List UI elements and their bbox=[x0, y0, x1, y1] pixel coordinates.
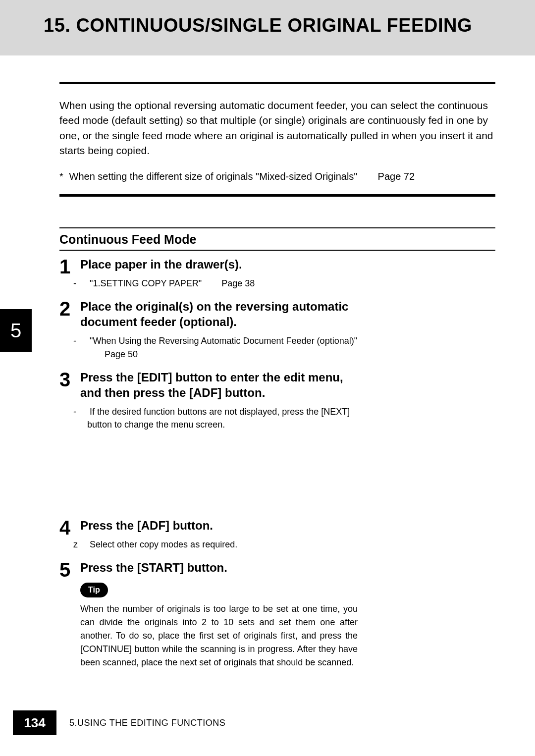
step-title: Press the [START] button. bbox=[80, 560, 358, 575]
step-item: 4 Press the [ADF] button. z Select other… bbox=[59, 518, 495, 551]
chapter-tab-number: 5 bbox=[10, 320, 21, 342]
step-note: z Select other copy modes as required. bbox=[80, 538, 237, 551]
step-note: - If the desired function buttons are no… bbox=[80, 405, 358, 431]
footnote-ref: Page 72 bbox=[378, 171, 415, 182]
chapter-tab: 5 bbox=[0, 309, 32, 352]
step-title: Press the [ADF] button. bbox=[80, 518, 237, 533]
step-body: Place paper in the drawer(s). - "1.SETTI… bbox=[80, 257, 255, 290]
step-number: 1 bbox=[59, 257, 80, 276]
sub-rule-bottom bbox=[59, 250, 495, 251]
step-note: - "1.SETTING COPY PAPER" Page 38 bbox=[80, 277, 255, 290]
step-number: 3 bbox=[59, 370, 80, 389]
step-number: 5 bbox=[59, 560, 80, 580]
dash-bullet: - bbox=[80, 334, 87, 347]
step-note-ref: Page 50 bbox=[105, 349, 138, 359]
step-note-text: If the desired function buttons are not … bbox=[87, 407, 350, 430]
header-band: 15. CONTINUOUS/SINGLE ORIGINAL FEEDING bbox=[0, 0, 535, 55]
footnote: * When setting the different size of ori… bbox=[59, 169, 495, 183]
footer-text: 5.USING THE EDITING FUNCTIONS bbox=[69, 718, 225, 728]
step-number: 4 bbox=[59, 518, 80, 538]
page-number-box: 134 bbox=[13, 710, 56, 735]
step-item: 5 Press the [START] button. Tip When the… bbox=[59, 560, 495, 669]
step-item: 3 Press the [EDIT] button to enter the e… bbox=[59, 370, 495, 432]
step-body: Press the [START] button. Tip When the n… bbox=[80, 560, 358, 669]
step-note-ref: Page 38 bbox=[221, 278, 255, 288]
subsection-title: Continuous Feed Mode bbox=[59, 228, 495, 250]
step-body: Press the [EDIT] button to enter the edi… bbox=[80, 370, 358, 432]
z-bullet: z bbox=[80, 538, 87, 551]
steps-list: 1 Place paper in the drawer(s). - "1.SET… bbox=[59, 257, 495, 669]
footer: 134 5.USING THE EDITING FUNCTIONS bbox=[0, 702, 535, 756]
subsection-header: Continuous Feed Mode bbox=[59, 227, 495, 251]
dash-bullet: - bbox=[80, 277, 87, 290]
dash-bullet: - bbox=[80, 405, 87, 418]
step-body: Press the [ADF] button. z Select other c… bbox=[80, 518, 237, 551]
step-body: Place the original(s) on the reversing a… bbox=[80, 299, 358, 361]
tip-badge: Tip bbox=[80, 583, 108, 597]
footnote-star: * bbox=[59, 169, 66, 183]
intro-paragraph: When using the optional reversing automa… bbox=[59, 98, 495, 159]
manual-page: 15. CONTINUOUS/SINGLE ORIGINAL FEEDING 5… bbox=[0, 0, 535, 756]
page-title: 15. CONTINUOUS/SINGLE ORIGINAL FEEDING bbox=[44, 15, 472, 36]
step-item: 2 Place the original(s) on the reversing… bbox=[59, 299, 495, 361]
step-note-text: "1.SETTING COPY PAPER" bbox=[90, 278, 202, 288]
content-area: When using the optional reversing automa… bbox=[59, 82, 495, 669]
step-note-text: "When Using the Reversing Automatic Docu… bbox=[90, 336, 357, 346]
step-title: Place the original(s) on the reversing a… bbox=[80, 299, 358, 329]
step-number: 2 bbox=[59, 299, 80, 319]
tip-text: When the number of originals is too larg… bbox=[80, 602, 358, 669]
step-note: - "When Using the Reversing Automatic Do… bbox=[80, 334, 358, 360]
step-item: 1 Place paper in the drawer(s). - "1.SET… bbox=[59, 257, 495, 290]
step-title: Place paper in the drawer(s). bbox=[80, 257, 255, 272]
footnote-text: When setting the different size of origi… bbox=[69, 171, 358, 182]
page-number: 134 bbox=[24, 715, 45, 731]
rule-top bbox=[59, 82, 495, 84]
step-note-text: Select other copy modes as required. bbox=[90, 540, 237, 549]
step-title: Press the [EDIT] button to enter the edi… bbox=[80, 370, 358, 400]
